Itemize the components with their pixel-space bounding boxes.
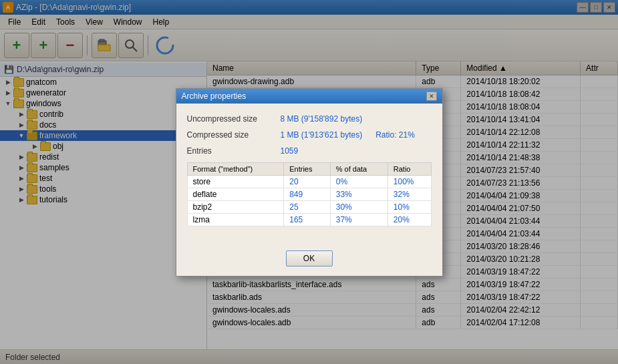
compressed-label: Compressed size bbox=[187, 130, 281, 140]
dialog-title: Archive properties bbox=[182, 92, 247, 101]
col-entries: Entries bbox=[284, 162, 330, 175]
entries-label: Entries bbox=[187, 146, 281, 156]
format-row-deflate: deflate 849 33% 32% bbox=[187, 188, 431, 200]
ratio-value: Ratio: 21% bbox=[375, 130, 415, 140]
compressed-value: 1 MB (1'913'621 bytes) bbox=[281, 130, 363, 140]
format-ratio: 100% bbox=[388, 175, 431, 188]
format-entries: 20 bbox=[284, 175, 330, 188]
format-pct: 30% bbox=[330, 200, 388, 213]
format-name: store bbox=[187, 175, 284, 188]
format-name: deflate bbox=[187, 188, 284, 200]
format-name: lzma bbox=[187, 213, 284, 226]
col-ratio: Ratio bbox=[388, 162, 431, 175]
format-table: Format ("method") Entries % of data Rati… bbox=[187, 162, 432, 226]
format-entries: 25 bbox=[284, 200, 330, 213]
format-pct: 0% bbox=[330, 175, 388, 188]
format-pct: 37% bbox=[330, 213, 388, 226]
col-pct: % of data bbox=[330, 162, 388, 175]
format-name: bzip2 bbox=[187, 200, 284, 213]
dialog-close-button[interactable]: ✕ bbox=[426, 92, 437, 101]
format-pct: 33% bbox=[330, 188, 388, 200]
dialog-body: Uncompressed size 8 MB (9'158'892 bytes)… bbox=[176, 104, 442, 245]
format-entries: 165 bbox=[284, 213, 330, 226]
format-ratio: 32% bbox=[388, 188, 431, 200]
uncompressed-row: Uncompressed size 8 MB (9'158'892 bytes) bbox=[187, 114, 432, 124]
entries-row: Entries 1059 bbox=[187, 146, 432, 156]
format-row-store: store 20 0% 100% bbox=[187, 175, 431, 188]
uncompressed-value: 8 MB (9'158'892 bytes) bbox=[281, 114, 363, 124]
archive-properties-dialog: Archive properties ✕ Uncompressed size 8… bbox=[176, 88, 443, 277]
entries-value: 1059 bbox=[281, 146, 299, 156]
format-row-bzip2: bzip2 25 30% 10% bbox=[187, 200, 431, 213]
col-format: Format ("method") bbox=[187, 162, 284, 175]
format-ratio: 20% bbox=[388, 213, 431, 226]
uncompressed-label: Uncompressed size bbox=[187, 114, 281, 124]
dialog-footer: OK bbox=[176, 245, 442, 276]
format-entries: 849 bbox=[284, 188, 330, 200]
format-ratio: 10% bbox=[388, 200, 431, 213]
ok-button[interactable]: OK bbox=[286, 250, 333, 266]
dialog-titlebar: Archive properties ✕ bbox=[176, 89, 442, 104]
format-row-lzma: lzma 165 37% 20% bbox=[187, 213, 431, 226]
compressed-row: Compressed size 1 MB (1'913'621 bytes) R… bbox=[187, 130, 432, 140]
modal-overlay: Archive properties ✕ Uncompressed size 8… bbox=[0, 0, 618, 364]
